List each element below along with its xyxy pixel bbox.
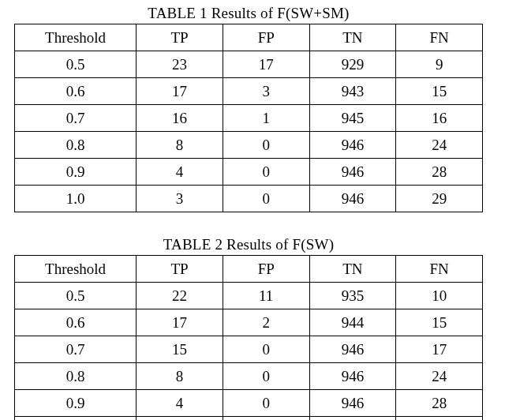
table-row: 0.7 16 1 945 16 bbox=[15, 105, 483, 132]
table-2: Threshold TP FP TN FN 0.5 22 11 935 10 0… bbox=[14, 255, 483, 420]
col-header-tn: TN bbox=[309, 256, 396, 283]
cell-tn: 943 bbox=[309, 78, 396, 105]
table-row: 0.5 23 17 929 9 bbox=[15, 51, 483, 78]
cell-tp: 22 bbox=[137, 283, 223, 309]
cell-tp: 17 bbox=[137, 309, 223, 336]
cell-threshold: 1.0 bbox=[15, 417, 137, 421]
table-row: 0.6 17 3 943 15 bbox=[15, 78, 483, 105]
table-row: 0.6 17 2 944 15 bbox=[15, 309, 483, 336]
col-header-fp: FP bbox=[223, 24, 309, 51]
cell-tn: 946 bbox=[309, 417, 396, 421]
cell-tn: 946 bbox=[309, 132, 396, 159]
cell-tp: 8 bbox=[137, 132, 223, 159]
cell-threshold: 0.8 bbox=[15, 363, 137, 390]
cell-fp: 0 bbox=[223, 417, 309, 421]
cell-tp: 2 bbox=[137, 417, 223, 421]
table-1-caption: TABLE 1 Results of F(SW+SM) bbox=[14, 5, 483, 22]
cell-tn: 929 bbox=[309, 51, 396, 78]
cell-fn: 29 bbox=[396, 186, 483, 212]
col-header-tp: TP bbox=[137, 256, 223, 283]
table-2-caption: TABLE 2 Results of F(SW) bbox=[14, 236, 483, 253]
col-header-tn: TN bbox=[309, 24, 396, 51]
cell-threshold: 0.5 bbox=[15, 283, 137, 309]
table-row: 0.9 4 0 946 28 bbox=[15, 159, 483, 186]
cell-tn: 946 bbox=[309, 390, 396, 417]
cell-threshold: 0.8 bbox=[15, 132, 137, 159]
cell-fn: 24 bbox=[396, 363, 483, 390]
cell-tp: 4 bbox=[137, 390, 223, 417]
cell-tn: 946 bbox=[309, 363, 396, 390]
cell-fp: 0 bbox=[223, 132, 309, 159]
cell-fp: 0 bbox=[223, 390, 309, 417]
cell-threshold: 0.7 bbox=[15, 336, 137, 363]
cell-fp: 11 bbox=[223, 283, 309, 309]
cell-fn: 30 bbox=[396, 417, 483, 421]
table-row: 0.8 8 0 946 24 bbox=[15, 132, 483, 159]
col-header-fn: FN bbox=[396, 256, 483, 283]
cell-tp: 15 bbox=[137, 336, 223, 363]
cell-fp: 3 bbox=[223, 78, 309, 105]
table-row: Threshold TP FP TN FN bbox=[15, 256, 483, 283]
col-header-tp: TP bbox=[137, 24, 223, 51]
col-header-threshold: Threshold bbox=[15, 24, 137, 51]
col-header-fn: FN bbox=[396, 24, 483, 51]
table-row: 0.8 8 0 946 24 bbox=[15, 363, 483, 390]
table-1: Threshold TP FP TN FN 0.5 23 17 929 9 0.… bbox=[14, 24, 483, 212]
cell-fn: 28 bbox=[396, 390, 483, 417]
cell-tn: 946 bbox=[309, 336, 396, 363]
cell-fn: 17 bbox=[396, 336, 483, 363]
cell-threshold: 0.6 bbox=[15, 78, 137, 105]
cell-fn: 28 bbox=[396, 159, 483, 186]
cell-fn: 15 bbox=[396, 309, 483, 336]
col-header-fp: FP bbox=[223, 256, 309, 283]
table-row: Threshold TP FP TN FN bbox=[15, 24, 483, 51]
cell-fp: 17 bbox=[223, 51, 309, 78]
cell-fn: 16 bbox=[396, 105, 483, 132]
cell-tp: 23 bbox=[137, 51, 223, 78]
table-row: 0.7 15 0 946 17 bbox=[15, 336, 483, 363]
cell-fn: 15 bbox=[396, 78, 483, 105]
table-row: 0.5 22 11 935 10 bbox=[15, 283, 483, 309]
cell-tp: 16 bbox=[137, 105, 223, 132]
cell-threshold: 0.6 bbox=[15, 309, 137, 336]
table-row: 0.9 4 0 946 28 bbox=[15, 390, 483, 417]
cell-tn: 946 bbox=[309, 186, 396, 212]
cell-fn: 24 bbox=[396, 132, 483, 159]
cell-threshold: 0.9 bbox=[15, 159, 137, 186]
cell-tp: 17 bbox=[137, 78, 223, 105]
cell-threshold: 0.9 bbox=[15, 390, 137, 417]
cell-tn: 935 bbox=[309, 283, 396, 309]
cell-tp: 4 bbox=[137, 159, 223, 186]
cell-fp: 2 bbox=[223, 309, 309, 336]
cell-fp: 0 bbox=[223, 363, 309, 390]
cell-threshold: 1.0 bbox=[15, 186, 137, 212]
cell-tn: 944 bbox=[309, 309, 396, 336]
cell-fp: 0 bbox=[223, 336, 309, 363]
table-row: 1.0 3 0 946 29 bbox=[15, 186, 483, 212]
cell-fp: 0 bbox=[223, 186, 309, 212]
cell-fp: 1 bbox=[223, 105, 309, 132]
cell-tp: 3 bbox=[137, 186, 223, 212]
cell-threshold: 0.7 bbox=[15, 105, 137, 132]
table-row: 1.0 2 0 946 30 bbox=[15, 417, 483, 421]
cell-fn: 10 bbox=[396, 283, 483, 309]
cell-fp: 0 bbox=[223, 159, 309, 186]
cell-tn: 946 bbox=[309, 159, 396, 186]
cell-fn: 9 bbox=[396, 51, 483, 78]
cell-threshold: 0.5 bbox=[15, 51, 137, 78]
cell-tn: 945 bbox=[309, 105, 396, 132]
col-header-threshold: Threshold bbox=[15, 256, 137, 283]
cell-tp: 8 bbox=[137, 363, 223, 390]
